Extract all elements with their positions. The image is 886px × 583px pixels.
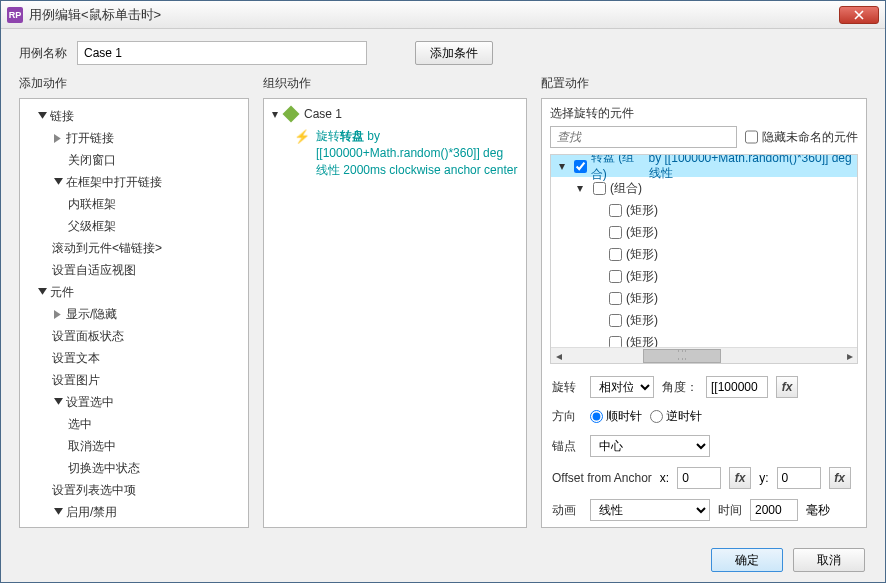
tree-show-hide[interactable]: 显示/隐藏 [24,303,244,325]
offset-y-input[interactable] [777,467,821,489]
hide-unnamed-checkbox[interactable] [745,126,758,148]
tree-set-selected[interactable]: 设置选中 [24,391,244,413]
scroll-right-icon[interactable]: ▸ [842,348,857,363]
action-tree-scroll[interactable]: 链接 打开链接 关闭窗口 在框架中打开链接 内联框架 父级框架 滚动到元件<锚链… [20,99,248,527]
tree-links[interactable]: 链接 [24,105,244,127]
tree-scroll-anchor[interactable]: 滚动到元件<锚链接> [24,237,244,259]
y-label: y: [759,471,768,485]
element-row-zhuanpan[interactable]: ▾ 转盘 (组合) by [[100000+Math.random()*360]… [551,155,857,177]
fx-button[interactable]: fx [776,376,798,398]
case-name-input[interactable] [77,41,367,65]
element-list: ▾ 转盘 (组合) by [[100000+Math.random()*360]… [550,154,858,364]
add-condition-button[interactable]: 添加条件 [415,41,493,65]
element-checkbox[interactable] [609,248,622,261]
expand-icon [52,506,64,518]
tree-select[interactable]: 选中 [24,413,244,435]
element-checkbox[interactable] [609,292,622,305]
scroll-thumb[interactable] [643,349,720,363]
tree-set-image[interactable]: 设置图片 [24,369,244,391]
scroll-track[interactable] [566,349,842,363]
tree-set-text[interactable]: 设置文本 [24,347,244,369]
tree-adaptive-view[interactable]: 设置自适应视图 [24,259,244,281]
tree-enable-disable[interactable]: 启用/禁用 [24,501,244,523]
expand-icon: ▾ [559,159,570,173]
configure-action-panel: 选择旋转的元件 隐藏未命名的元件 ▾ 转盘 (组合) by [[100000+M… [541,98,867,528]
close-icon [854,10,864,20]
time-input[interactable] [750,499,798,521]
ok-button[interactable]: 确定 [711,548,783,572]
expand-icon [36,110,48,122]
expand-icon [52,176,64,188]
direction-label: 方向 [552,408,582,425]
tree-enable[interactable]: 启用 [24,523,244,527]
panel-headers: 添加动作 组织动作 配置动作 [1,75,885,98]
offset-x-input[interactable] [677,467,721,489]
element-checkbox[interactable] [609,226,622,239]
element-row-rect[interactable]: (矩形) [551,199,857,221]
case-name-label: 用例名称 [19,45,67,62]
cw-radio[interactable] [590,410,603,423]
element-row-rect[interactable]: (矩形) [551,309,857,331]
ccw-option[interactable]: 逆时针 [650,408,702,425]
anchor-label: 锚点 [552,438,582,455]
ccw-radio[interactable] [650,410,663,423]
fx-button[interactable]: fx [729,467,751,489]
organize-action-panel: ▾ Case 1 ⚡ 旋转转盘 by [[100000+Math.random(… [263,98,527,528]
collapse-icon [52,308,64,320]
action-summary: 旋转转盘 by [[100000+Math.random()*360]] deg… [316,128,518,178]
element-checkbox[interactable] [609,270,622,283]
element-row-rect[interactable]: (矩形) [551,221,857,243]
anim-label: 动画 [552,502,582,519]
rotate-mode-select[interactable]: 相对位 [590,376,654,398]
x-label: x: [660,471,669,485]
element-checkbox[interactable] [609,204,622,217]
expand-icon: ▾ [272,107,278,121]
element-row-rect[interactable]: (矩形) [551,243,857,265]
action-item-rotate[interactable]: ⚡ 旋转转盘 by [[100000+Math.random()*360]] d… [266,125,524,184]
expand-icon [52,396,64,408]
element-row-rect[interactable]: (矩形) [551,331,857,347]
dialog-buttons: 确定 取消 [1,538,885,582]
scroll-left-icon[interactable]: ◂ [551,348,566,363]
close-button[interactable] [839,6,879,24]
tree-widgets[interactable]: 元件 [24,281,244,303]
case-name-text: Case 1 [304,107,342,121]
tree-close-window[interactable]: 关闭窗口 [24,149,244,171]
app-icon: RP [7,7,23,23]
ms-label: 毫秒 [806,502,830,519]
tree-deselect[interactable]: 取消选中 [24,435,244,457]
tree-toggle-select[interactable]: 切换选中状态 [24,457,244,479]
angle-input[interactable] [706,376,768,398]
tree-open-in-frame[interactable]: 在框架中打开链接 [24,171,244,193]
expand-icon: ▾ [577,181,589,195]
tree-parent-frame[interactable]: 父级框架 [24,215,244,237]
organize-scroll[interactable]: ▾ Case 1 ⚡ 旋转转盘 by [[100000+Math.random(… [264,99,526,527]
horizontal-scrollbar[interactable]: ◂ ▸ [551,347,857,363]
element-checkbox[interactable] [593,182,606,195]
case-name-row: 用例名称 添加条件 [1,29,885,75]
element-search-input[interactable] [550,126,737,148]
header-configure-action: 配置动作 [541,75,867,92]
fx-button[interactable]: fx [829,467,851,489]
select-elements-title: 选择旋转的元件 [542,99,866,126]
element-row-rect[interactable]: (矩形) [551,287,857,309]
header-add-action: 添加动作 [19,75,249,92]
tree-open-link[interactable]: 打开链接 [24,127,244,149]
tree-list-selected[interactable]: 设置列表选中项 [24,479,244,501]
element-row-rect[interactable]: (矩形) [551,265,857,287]
offset-label: Offset from Anchor [552,471,652,485]
cw-option[interactable]: 顺时针 [590,408,642,425]
hide-unnamed-label[interactable]: 隐藏未命名的元件 [745,126,858,148]
case-icon [283,106,300,123]
element-checkbox[interactable] [609,314,622,327]
element-checkbox[interactable] [574,160,587,173]
element-checkbox[interactable] [609,336,622,348]
dialog-window: RP 用例编辑<鼠标单击时> 用例名称 添加条件 添加动作 组织动作 配置动作 … [0,0,886,583]
element-list-scroll[interactable]: ▾ 转盘 (组合) by [[100000+Math.random()*360]… [551,155,857,347]
anim-select[interactable]: 线性 [590,499,710,521]
tree-panel-state[interactable]: 设置面板状态 [24,325,244,347]
tree-inline-frame[interactable]: 内联框架 [24,193,244,215]
case-header[interactable]: ▾ Case 1 [266,103,524,125]
cancel-button[interactable]: 取消 [793,548,865,572]
anchor-select[interactable]: 中心 [590,435,710,457]
